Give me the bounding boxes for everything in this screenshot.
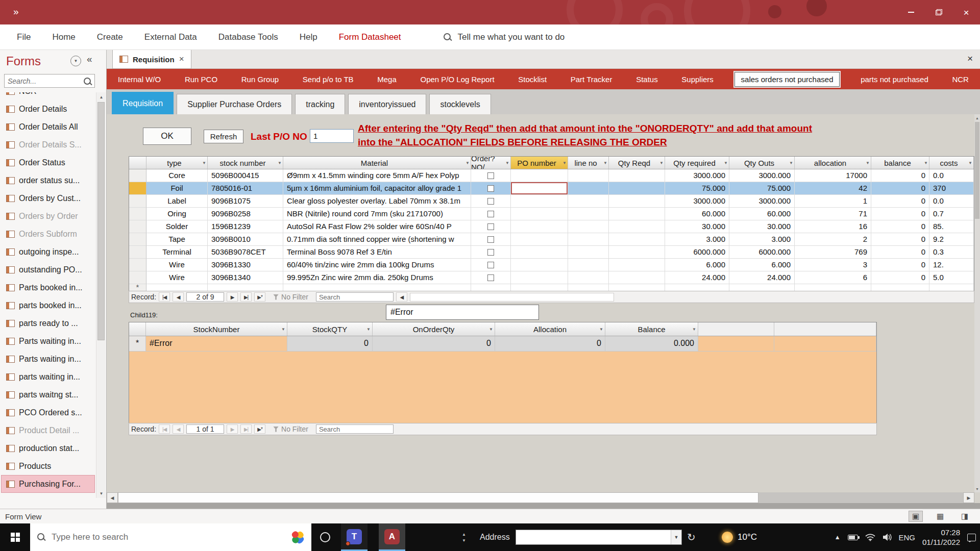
- cell-qty-required[interactable]: 6.000: [665, 259, 729, 271]
- cell-qty-reqd[interactable]: [609, 220, 665, 233]
- cell-line-no[interactable]: [568, 195, 609, 208]
- cell-line-no[interactable]: [568, 233, 609, 246]
- cell-po-number[interactable]: [511, 220, 568, 233]
- form-tab-requisition[interactable]: Requisition: [112, 92, 174, 114]
- scrollbar-thumb[interactable]: [118, 492, 758, 503]
- previous-record-button[interactable]: ◀: [173, 424, 184, 434]
- sidebar-item-parts-booked-in[interactable]: Parts booked in...: [1, 279, 95, 296]
- cell-costs[interactable]: 9.2: [929, 233, 974, 246]
- toolbar-button-status[interactable]: Status: [633, 73, 661, 86]
- cell-line-no[interactable]: [568, 208, 609, 220]
- cell-stock-number[interactable]: 3096B0010: [208, 233, 283, 246]
- cell-balance[interactable]: 0: [871, 169, 929, 182]
- cell-type[interactable]: Label: [146, 195, 208, 208]
- sidebar-item-parts-waiting-in[interactable]: Parts waiting in...: [1, 350, 95, 368]
- cell-qty-outs[interactable]: 75.000: [729, 182, 795, 195]
- column-header-qty-reqd[interactable]: Qty Reqd▼: [609, 157, 665, 169]
- cell-po-number[interactable]: [511, 271, 568, 284]
- scroll-down-icon[interactable]: ▼: [96, 489, 106, 498]
- filter-indicator[interactable]: No Filter: [273, 293, 308, 301]
- new-record-selector[interactable]: *: [129, 284, 146, 291]
- sidebar-item-orders-subform[interactable]: Orders Subform: [1, 225, 95, 243]
- column-dropdown-icon[interactable]: ▼: [924, 161, 928, 165]
- cell-po-number[interactable]: [511, 259, 568, 271]
- sidebar-item-ncr[interactable]: NCR: [1, 92, 95, 100]
- datasheet-scroll-left-button[interactable]: ◀: [396, 292, 407, 302]
- order-checkbox[interactable]: [487, 274, 494, 281]
- previous-record-button[interactable]: ◀: [173, 292, 184, 302]
- menu-item-create[interactable]: Create: [86, 24, 134, 50]
- menu-item-home[interactable]: Home: [41, 24, 86, 50]
- subform-cell-blank[interactable]: [698, 336, 774, 352]
- scroll-up-icon[interactable]: ▲: [462, 532, 466, 537]
- cell-material[interactable]: 60/40% tin/zinc wire 2mm dia 100kg Drums: [283, 259, 471, 271]
- cell-stock-number[interactable]: 5036B9078CET: [208, 246, 283, 259]
- scroll-up-icon[interactable]: ▲: [96, 92, 106, 102]
- minimize-button[interactable]: [897, 0, 925, 24]
- first-record-button[interactable]: |◀: [159, 424, 170, 434]
- toolbar-button-part-tracker[interactable]: Part Tracker: [568, 73, 616, 86]
- column-header-type[interactable]: type▼: [146, 157, 208, 169]
- cell-stock-number[interactable]: 9096B1075: [208, 195, 283, 208]
- cell-qty-reqd[interactable]: [609, 259, 665, 271]
- row-selector[interactable]: [129, 195, 146, 208]
- cell-balance[interactable]: 0: [871, 220, 929, 233]
- cell-material[interactable]: Clear gloss polyester overlay. Label 70m…: [283, 195, 471, 208]
- toolbar-button-suppliers[interactable]: Suppliers: [678, 73, 717, 86]
- order-checkbox[interactable]: [487, 223, 494, 230]
- sidebar-item-product-detail[interactable]: Product Detail ...: [1, 421, 95, 439]
- scrollbar-thumb[interactable]: [97, 102, 105, 340]
- column-dropdown-icon[interactable]: ▼: [603, 161, 607, 165]
- new-record-button[interactable]: ▶*: [254, 424, 265, 434]
- cell-line-no[interactable]: [568, 169, 609, 182]
- cell-line-no[interactable]: [568, 246, 609, 259]
- cell-material[interactable]: 99.995Zn Zinc wire 2mm dia. 250kg Drums: [283, 271, 471, 284]
- subform-column-header-allocation[interactable]: Allocation▼: [495, 322, 605, 336]
- form-tab-inventoryissued[interactable]: inventoryissued: [348, 94, 426, 114]
- datasheet-row-3[interactable]: Label9096B1075Clear gloss polyester over…: [129, 195, 974, 208]
- cell-qty-reqd[interactable]: [609, 271, 665, 284]
- cell-qty-outs[interactable]: 60.000: [729, 208, 795, 220]
- cell-order-no[interactable]: [471, 169, 511, 182]
- maximize-button[interactable]: [925, 0, 952, 24]
- column-dropdown-icon[interactable]: ▼: [278, 161, 282, 165]
- sidebar-item-orders-by-cust[interactable]: Orders by Cust...: [1, 189, 95, 207]
- datasheet-h-scrollbar[interactable]: [410, 293, 614, 302]
- action-center-icon[interactable]: [967, 534, 976, 541]
- subform-column-header-stockqty[interactable]: StockQTY▼: [287, 322, 373, 336]
- datasheet-row-8[interactable]: Wire3096B133060/40% tin/zinc wire 2mm di…: [129, 259, 974, 271]
- nav-scrollbar[interactable]: ▲ ▼: [96, 92, 106, 498]
- cell-material[interactable]: AutoSol RA Fast Flow 2% solder wire 60Sn…: [283, 220, 471, 233]
- sidebar-item-order-status-su[interactable]: order status su...: [1, 171, 95, 189]
- column-header-material[interactable]: Material▼: [283, 157, 471, 169]
- column-dropdown-icon[interactable]: ▼: [789, 161, 793, 165]
- close-tab-icon[interactable]: ×: [179, 54, 184, 64]
- address-refresh-icon[interactable]: ↻: [687, 531, 696, 543]
- cell-type[interactable]: Terminal: [146, 246, 208, 259]
- weather-widget[interactable]: 10°C: [722, 523, 757, 551]
- datasheet-row-4[interactable]: Oring9096B0258NBR (Nitrile) round cord 7…: [129, 208, 974, 220]
- cell-order-no[interactable]: [471, 208, 511, 220]
- design-view-icon[interactable]: ◨: [958, 511, 972, 522]
- subform-cell-stockqty[interactable]: 0: [287, 336, 373, 352]
- datasheet-row-1[interactable]: Core5096B000415Ø9mm x 41.5mm winding cor…: [129, 169, 974, 182]
- column-dropdown-icon[interactable]: ▼: [281, 327, 285, 332]
- next-record-button[interactable]: ▶: [227, 292, 238, 302]
- cell-po-number[interactable]: [511, 246, 568, 259]
- select-all-corner[interactable]: [129, 157, 146, 169]
- sidebar-item-parts-waiting-in[interactable]: Parts waiting in...: [1, 332, 95, 350]
- subform-column-header-onorderqty[interactable]: OnOrderQty▼: [373, 322, 495, 336]
- cell-stock-number[interactable]: 3096B1330: [208, 259, 283, 271]
- row-selector[interactable]: [129, 220, 146, 233]
- column-header-qty-outs[interactable]: Qty Outs▼: [729, 157, 795, 169]
- column-header-order-no[interactable]: Order? NO/▼: [471, 157, 511, 169]
- cell-qty-required[interactable]: 6000.000: [665, 246, 729, 259]
- cell-qty-required[interactable]: 75.000: [665, 182, 729, 195]
- cell-costs[interactable]: 12.: [929, 259, 974, 271]
- cell-balance[interactable]: 0: [871, 182, 929, 195]
- cell-line-no[interactable]: [568, 259, 609, 271]
- cell-line-no[interactable]: [568, 220, 609, 233]
- column-header-stock-number[interactable]: stock number▼: [208, 157, 283, 169]
- column-dropdown-icon[interactable]: ▼: [599, 327, 603, 332]
- subform-cell-onorderqty[interactable]: 0: [373, 336, 495, 352]
